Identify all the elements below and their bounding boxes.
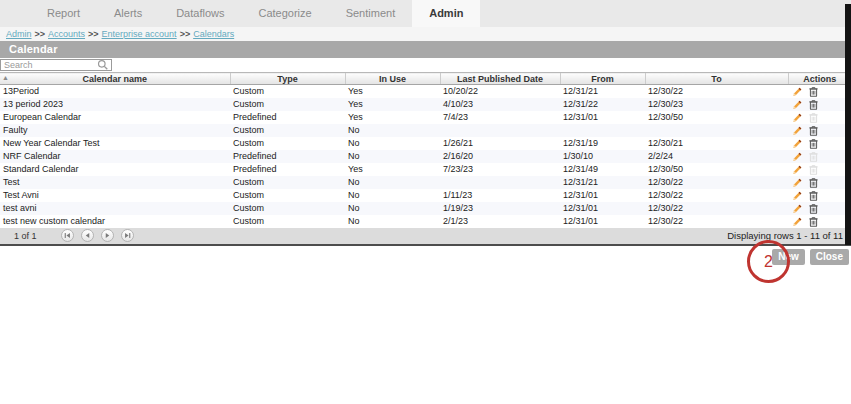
cell-calendar-name: 13Period xyxy=(0,85,230,98)
delete-trash-icon[interactable] xyxy=(808,203,819,214)
cell-type: Custom xyxy=(230,202,345,215)
delete-trash-icon[interactable] xyxy=(808,112,819,123)
breadcrumb-link-admin[interactable]: Admin xyxy=(6,29,32,39)
cell-in-use: No xyxy=(345,137,440,150)
edit-pencil-icon[interactable] xyxy=(792,151,803,162)
cell-to: 12/30/50 xyxy=(645,111,788,124)
column-header-to[interactable]: To xyxy=(645,73,788,85)
delete-trash-icon[interactable] xyxy=(808,125,819,136)
delete-trash-icon[interactable] xyxy=(808,190,819,201)
previous-page-button[interactable] xyxy=(81,229,94,242)
table-row[interactable]: test avni Custom No 1/19/23 12/31/01 12/… xyxy=(0,202,851,215)
tab-dataflows[interactable]: Dataflows xyxy=(159,0,241,27)
cell-type: Custom xyxy=(230,137,345,150)
tab-alerts[interactable]: Alerts xyxy=(97,0,159,27)
cell-actions xyxy=(788,111,851,124)
breadcrumb-separator: >> xyxy=(88,29,99,39)
table-row[interactable]: Test Avni Custom No 1/11/23 12/31/01 12/… xyxy=(0,189,851,202)
edit-pencil-icon[interactable] xyxy=(792,203,803,214)
edit-pencil-icon[interactable] xyxy=(792,86,803,97)
next-page-button[interactable] xyxy=(101,229,114,242)
tabbar-spacer xyxy=(0,0,30,27)
cell-calendar-name: test avni xyxy=(0,202,230,215)
cell-calendar-name: test new custom calendar xyxy=(0,215,230,228)
cell-from: 12/31/19 xyxy=(560,137,645,150)
edit-pencil-icon[interactable] xyxy=(792,112,803,123)
delete-trash-icon[interactable] xyxy=(808,99,819,110)
cell-in-use: Yes xyxy=(345,85,440,98)
close-button[interactable]: Close xyxy=(810,249,849,265)
last-page-button[interactable] xyxy=(121,229,134,242)
table-row[interactable]: 13Period Custom Yes 10/20/22 12/31/21 12… xyxy=(0,85,851,98)
cell-in-use: No xyxy=(345,189,440,202)
tab-admin[interactable]: Admin xyxy=(412,0,480,27)
cell-calendar-name: NRF Calendar xyxy=(0,150,230,163)
cell-in-use: No xyxy=(345,202,440,215)
edit-pencil-icon[interactable] xyxy=(792,177,803,188)
edit-pencil-icon[interactable] xyxy=(792,99,803,110)
edit-pencil-icon[interactable] xyxy=(792,216,803,227)
cell-calendar-name: European Calendar xyxy=(0,111,230,124)
first-page-button[interactable] xyxy=(61,229,74,242)
cell-calendar-name: 13 period 2023 xyxy=(0,98,230,111)
edit-pencil-icon[interactable] xyxy=(792,125,803,136)
cell-type: Custom xyxy=(230,98,345,111)
table-row[interactable]: Standard Calendar Predefined Yes 7/23/23… xyxy=(0,163,851,176)
cell-to: 12/30/50 xyxy=(645,163,788,176)
search-input[interactable] xyxy=(0,59,112,71)
cell-actions xyxy=(788,202,851,215)
annotation-circle-2: 2 xyxy=(747,240,790,283)
calendar-table: ▲ Calendar name Type In Use Last Publish… xyxy=(0,72,851,228)
delete-trash-icon[interactable] xyxy=(808,151,819,162)
tab-categorize[interactable]: Categorize xyxy=(241,0,328,27)
table-row[interactable]: test new custom calendar Custom No 2/1/2… xyxy=(0,215,851,228)
table-row[interactable]: New Year Calendar Test Custom No 1/26/21… xyxy=(0,137,851,150)
page-title: Calendar xyxy=(0,41,851,58)
breadcrumb-link-calendars[interactable]: Calendars xyxy=(193,29,234,39)
cell-type: Predefined xyxy=(230,150,345,163)
cell-from: 12/31/01 xyxy=(560,215,645,228)
cell-actions xyxy=(788,124,851,137)
cell-from: 12/31/01 xyxy=(560,202,645,215)
cell-last-published-date: 1/11/23 xyxy=(440,189,560,202)
search-icon[interactable] xyxy=(97,59,109,71)
breadcrumb-link-enterprise-account[interactable]: Enterprise account xyxy=(102,29,177,39)
table-row[interactable]: NRF Calendar Predefined No 2/16/20 1/30/… xyxy=(0,150,851,163)
edit-pencil-icon[interactable] xyxy=(792,138,803,149)
cell-last-published-date: 2/16/20 xyxy=(440,150,560,163)
cell-type: Custom xyxy=(230,124,345,137)
cell-from: 12/31/01 xyxy=(560,111,645,124)
tab-report[interactable]: Report xyxy=(30,0,97,27)
footer-button-row: New Close xyxy=(0,246,851,265)
cell-last-published-date xyxy=(440,124,560,137)
delete-trash-icon[interactable] xyxy=(808,177,819,188)
cell-last-published-date: 2/1/23 xyxy=(440,215,560,228)
column-header-from[interactable]: From xyxy=(560,73,645,85)
edit-pencil-icon[interactable] xyxy=(792,164,803,175)
table-row[interactable]: Test Custom No 12/31/21 12/30/22 xyxy=(0,176,851,189)
cell-from: 12/31/22 xyxy=(560,98,645,111)
column-header-type[interactable]: Type xyxy=(230,73,345,85)
tab-sentiment[interactable]: Sentiment xyxy=(329,0,413,27)
cell-actions xyxy=(788,137,851,150)
cell-type: Custom xyxy=(230,85,345,98)
cell-to: 12/30/21 xyxy=(645,137,788,150)
search-row xyxy=(0,58,851,72)
delete-trash-icon[interactable] xyxy=(808,164,819,175)
column-header-calendar-name[interactable]: ▲ Calendar name xyxy=(0,73,230,85)
delete-trash-icon[interactable] xyxy=(808,86,819,97)
breadcrumb-separator: >> xyxy=(180,29,191,39)
breadcrumb-link-accounts[interactable]: Accounts xyxy=(48,29,85,39)
table-row[interactable]: Faulty Custom No xyxy=(0,124,851,137)
delete-trash-icon[interactable] xyxy=(808,216,819,227)
cell-in-use: No xyxy=(345,124,440,137)
edit-pencil-icon[interactable] xyxy=(792,190,803,201)
cell-actions xyxy=(788,215,851,228)
table-row[interactable]: 13 period 2023 Custom Yes 4/10/23 12/31/… xyxy=(0,98,851,111)
cell-last-published-date: 7/4/23 xyxy=(440,111,560,124)
column-header-last-published-date[interactable]: Last Published Date xyxy=(440,73,560,85)
table-row[interactable]: European Calendar Predefined Yes 7/4/23 … xyxy=(0,111,851,124)
delete-trash-icon[interactable] xyxy=(808,138,819,149)
column-header-in-use[interactable]: In Use xyxy=(345,73,440,85)
cell-from: 1/30/10 xyxy=(560,150,645,163)
